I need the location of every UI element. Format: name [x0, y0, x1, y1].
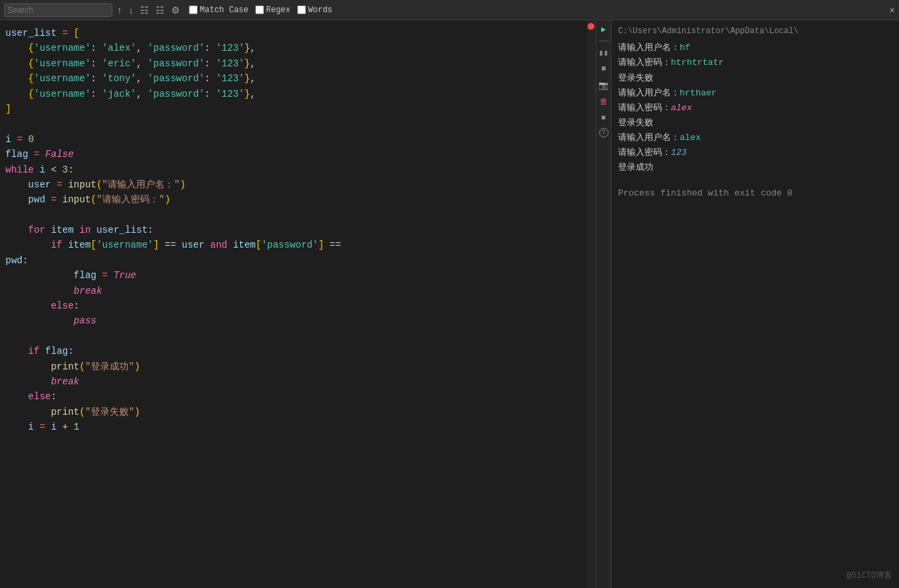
match-case-option[interactable]: Match Case	[189, 5, 248, 15]
terminal-exit: Process finished with exit code 0	[618, 186, 892, 201]
terminal-line-1: 请输入用户名：hf	[618, 41, 892, 55]
terminal-line-7: 请输入用户名：alex	[618, 131, 892, 145]
settings-button[interactable]: ⚙	[169, 3, 182, 17]
regex-option[interactable]: Regex	[255, 5, 290, 15]
terminal-line-9: 登录成功	[618, 160, 892, 175]
split-button[interactable]: ☷	[154, 3, 167, 17]
play-button[interactable]: ▶	[598, 23, 610, 35]
search-toolbar: ↑ ↓ ☷ ☷ ⚙ Match Case Regex Words ×	[0, 0, 899, 20]
code-pre: user_list = [ {'username': 'alex', 'pass…	[0, 23, 586, 438]
terminal-line-4: 请输入用户名：hrthaer	[618, 86, 892, 101]
delete-button[interactable]: 🗑	[598, 95, 610, 108]
words-option[interactable]: Words	[297, 5, 332, 15]
regex-checkbox[interactable]	[255, 5, 264, 14]
scroll-mark	[588, 23, 594, 30]
search-input[interactable]	[4, 3, 112, 17]
terminal-line-6: 登录失败	[618, 116, 892, 131]
scroll-gutter	[586, 20, 596, 588]
terminal-path: C:\Users\Administrator\AppData\Local\	[618, 24, 892, 38]
terminal-line-3: 登录失败	[618, 71, 892, 86]
pause-button[interactable]: ▮▮	[598, 47, 610, 59]
camera-button[interactable]: 📷	[598, 79, 610, 91]
main-content: user_list = [ {'username': 'alex', 'pass…	[0, 20, 899, 588]
match-case-checkbox[interactable]	[189, 5, 198, 14]
terminal-panel[interactable]: C:\Users\Administrator\AppData\Local\ 请输…	[611, 20, 899, 588]
help-button[interactable]: ?	[599, 128, 609, 137]
search-options: Match Case Regex Words	[189, 5, 332, 15]
words-checkbox[interactable]	[297, 5, 306, 14]
stop-button[interactable]: ■	[598, 63, 610, 75]
toolbar-close-button[interactable]: ×	[890, 5, 895, 16]
next-match-button[interactable]: ↓	[127, 3, 135, 17]
action-toolbar: ▶ ▮▮ ■ 📷 🗑 ✖ ?	[596, 20, 611, 588]
terminal-blank	[618, 175, 892, 186]
terminal-line-5: 请输入密码：alex	[618, 101, 892, 116]
terminal-line-8: 请输入密码：123	[618, 145, 892, 160]
code-editor: user_list = [ {'username': 'alex', 'pass…	[0, 20, 596, 588]
expand-button[interactable]: ☷	[138, 3, 151, 17]
terminal-line-2: 请输入密码：htrhtrtatr	[618, 55, 892, 70]
code-content[interactable]: user_list = [ {'username': 'alex', 'pass…	[0, 20, 586, 588]
divider-1	[599, 41, 609, 41]
watermark: @51CTO博客	[847, 569, 892, 583]
prev-match-button[interactable]: ↑	[115, 3, 124, 17]
settings-icon-btn[interactable]: ✖	[598, 112, 610, 124]
